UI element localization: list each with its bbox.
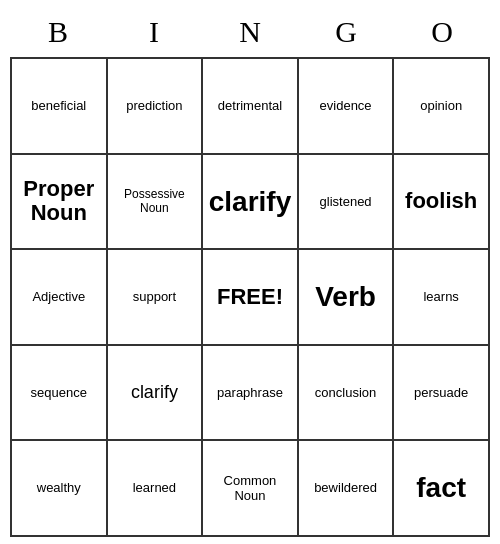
cell-0-1: prediction [108, 59, 204, 155]
bingo-grid: beneficial prediction detrimental eviden… [10, 57, 490, 537]
cell-1-1: PossessiveNoun [108, 155, 204, 251]
header-g: G [298, 7, 394, 57]
header-n: N [202, 7, 298, 57]
bingo-row: Adjective support FREE! Verb learns [12, 250, 490, 346]
header-i: I [106, 7, 202, 57]
cell-4-2: CommonNoun [203, 441, 299, 537]
cell-2-2: FREE! [203, 250, 299, 346]
cell-0-2: detrimental [203, 59, 299, 155]
cell-3-0: sequence [12, 346, 108, 442]
cell-4-3: bewildered [299, 441, 395, 537]
cell-4-1: learned [108, 441, 204, 537]
cell-0-4: opinion [394, 59, 490, 155]
cell-2-1: support [108, 250, 204, 346]
header-o: O [394, 7, 490, 57]
bingo-row: sequence clarify paraphrase conclusion p… [12, 346, 490, 442]
header-b: B [10, 7, 106, 57]
bingo-card: B I N G O beneficial prediction detrimen… [10, 7, 490, 537]
cell-1-0: ProperNoun [12, 155, 108, 251]
bingo-header: B I N G O [10, 7, 490, 57]
cell-0-3: evidence [299, 59, 395, 155]
cell-1-2: clarify [203, 155, 299, 251]
bingo-row: ProperNoun PossessiveNoun clarify gliste… [12, 155, 490, 251]
cell-4-0: wealthy [12, 441, 108, 537]
bingo-row: wealthy learned CommonNoun bewildered fa… [12, 441, 490, 537]
cell-3-1: clarify [108, 346, 204, 442]
bingo-row: beneficial prediction detrimental eviden… [12, 59, 490, 155]
cell-1-3: glistened [299, 155, 395, 251]
cell-2-4: learns [394, 250, 490, 346]
cell-2-3: Verb [299, 250, 395, 346]
cell-0-0: beneficial [12, 59, 108, 155]
cell-3-4: persuade [394, 346, 490, 442]
cell-1-4: foolish [394, 155, 490, 251]
cell-2-0: Adjective [12, 250, 108, 346]
cell-3-2: paraphrase [203, 346, 299, 442]
cell-3-3: conclusion [299, 346, 395, 442]
cell-4-4: fact [394, 441, 490, 537]
